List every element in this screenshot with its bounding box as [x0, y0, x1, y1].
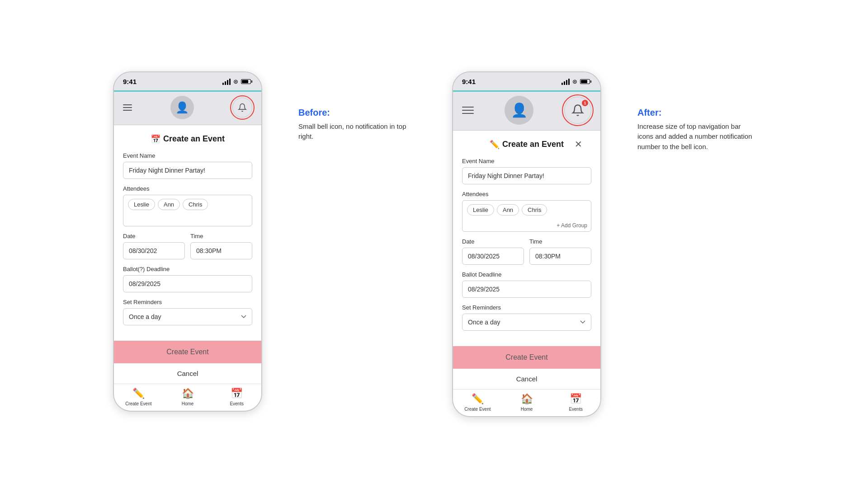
before-tab-home[interactable]: 🏠 Home — [163, 384, 212, 411]
after-phone: 9:41 ⊛ — [452, 71, 601, 417]
after-status-bar: 9:41 ⊛ — [453, 72, 600, 90]
time-input[interactable] — [190, 242, 252, 259]
after-status-icons: ⊛ — [561, 78, 591, 85]
after-heading: After: — [637, 108, 755, 118]
notification-badge: 1 — [582, 100, 588, 106]
after-attendee-leslie[interactable]: Leslie — [467, 204, 494, 216]
after-text: Increase size of top navigation bar icon… — [637, 122, 755, 152]
after-attendee-ann[interactable]: Ann — [497, 204, 519, 216]
date-time-row: Date Time — [123, 233, 252, 259]
after-time-label: Time — [529, 238, 591, 245]
after-tab-bar: ✏️ Create Event 🏠 Home 📅 Events — [453, 389, 600, 416]
date-label: Date — [123, 233, 185, 239]
after-reminders-label: Set Reminders — [462, 304, 591, 311]
home-icon: 🏠 — [182, 388, 194, 399]
after-wifi-icon: ⊛ — [572, 78, 577, 85]
before-status-icons: ⊛ — [222, 78, 252, 85]
after-tab-home[interactable]: 🏠 Home — [502, 389, 552, 416]
before-time: 9:41 — [123, 78, 137, 85]
attendees-label: Attendees — [123, 185, 252, 192]
before-tab-bar: ✏️ Create Event 🏠 Home 📅 Events — [114, 384, 261, 411]
deadline-label: Ballot(?) Deadline — [123, 266, 252, 272]
attendee-chip-chris[interactable]: Chris — [183, 199, 208, 210]
attendees-group: Attendees Leslie Ann Chris — [123, 185, 252, 226]
time-group: Time — [190, 233, 252, 259]
before-heading: Before: — [298, 108, 416, 118]
date-input[interactable] — [123, 242, 185, 259]
before-form-title-wrapper: 📅 Create an Event — [123, 134, 252, 144]
after-deadline-group: Ballot Deadline — [462, 271, 591, 298]
after-form-title-wrapper: ✏️ Create an Event ✕ — [462, 140, 591, 150]
before-cancel-button[interactable]: Cancel — [114, 363, 261, 384]
after-attendees-label: Attendees — [462, 191, 591, 197]
after-battery-icon — [580, 79, 591, 84]
avatar[interactable]: 👤 — [170, 96, 194, 119]
after-deadline-label: Ballot Deadline — [462, 271, 591, 278]
deadline-input[interactable] — [123, 275, 252, 292]
after-create-event-button[interactable]: Create Event — [453, 346, 600, 369]
after-event-name-label: Event Name — [462, 158, 591, 164]
after-avatar-icon: 👤 — [511, 102, 528, 118]
after-date-time-row: Date Time — [462, 238, 591, 265]
after-attendee-chris[interactable]: Chris — [522, 204, 547, 216]
close-button[interactable]: ✕ — [575, 140, 582, 149]
after-hamburger-icon[interactable] — [462, 107, 474, 114]
after-bell-icon — [571, 104, 584, 117]
after-pencil-icon: ✏️ — [472, 393, 484, 405]
deadline-group: Ballot(?) Deadline — [123, 266, 252, 292]
after-title-icon: ✏️ — [490, 140, 500, 150]
event-name-label: Event Name — [123, 152, 252, 159]
reminders-group: Set Reminders Once a day Twice a day Eve… — [123, 299, 252, 325]
before-form-title: Create an Event — [163, 134, 225, 144]
bell-icon — [238, 103, 247, 112]
after-tab-events[interactable]: 📅 Events — [551, 389, 600, 416]
event-name-group: Event Name — [123, 152, 252, 179]
before-phone: 9:41 ⊛ — [113, 71, 262, 412]
before-create-event-button[interactable]: Create Event — [114, 341, 261, 363]
date-group: Date — [123, 233, 185, 259]
after-time-input[interactable] — [529, 248, 591, 265]
attendees-box: Leslie Ann Chris — [123, 195, 252, 226]
after-form-title: Create an Event — [502, 140, 564, 149]
after-event-name-group: Event Name — [462, 158, 591, 184]
after-event-name-input[interactable] — [462, 167, 591, 184]
before-text: Small bell icon, no notification in top … — [298, 122, 416, 142]
before-tab-events[interactable]: 📅 Events — [212, 384, 261, 411]
before-annotation: Before: Small bell icon, no notification… — [298, 108, 416, 142]
battery-icon — [241, 79, 252, 84]
after-date-input[interactable] — [462, 248, 524, 265]
after-reminders-select[interactable]: Once a day Twice a day Every hour — [462, 314, 591, 331]
calendar-icon: 📅 — [151, 134, 160, 144]
after-avatar[interactable]: 👤 — [505, 96, 533, 125]
reminders-label: Set Reminders — [123, 299, 252, 305]
after-time: 9:41 — [462, 78, 476, 85]
after-calendar-tab-icon: 📅 — [570, 393, 582, 405]
after-deadline-input[interactable] — [462, 281, 591, 298]
after-date-label: Date — [462, 238, 524, 245]
wifi-icon: ⊛ — [233, 78, 238, 85]
page-wrapper: 9:41 ⊛ — [0, 44, 868, 444]
event-name-input[interactable] — [123, 162, 252, 179]
hamburger-icon[interactable] — [123, 104, 132, 111]
after-signal-icon — [561, 79, 570, 85]
attendee-chip-leslie[interactable]: Leslie — [128, 199, 155, 210]
add-group-button[interactable]: + Add Group — [557, 222, 587, 229]
after-attendees-group: Attendees Leslie Ann Chris + Add Group — [462, 191, 591, 232]
after-time-group: Time — [529, 238, 591, 265]
after-bell-button[interactable]: 1 — [564, 97, 591, 124]
before-status-bar: 9:41 ⊛ — [114, 72, 261, 90]
after-annotation: After: Increase size of top navigation b… — [637, 108, 755, 152]
before-top-nav: 👤 — [114, 90, 261, 125]
after-top-nav: 👤 1 — [453, 90, 600, 131]
before-tab-create-event[interactable]: ✏️ Create Event — [114, 384, 163, 411]
after-form: ✏️ Create an Event ✕ Event Name Attendee… — [453, 131, 600, 346]
before-form: 📅 Create an Event Event Name Attendees L… — [114, 125, 261, 341]
reminders-select[interactable]: Once a day Twice a day Every hour — [123, 308, 252, 325]
attendee-chip-ann[interactable]: Ann — [158, 199, 180, 210]
bell-button[interactable] — [232, 98, 252, 117]
after-cancel-button[interactable]: Cancel — [453, 369, 600, 389]
pencil-icon: ✏️ — [132, 388, 145, 399]
signal-icon — [222, 79, 231, 85]
after-tab-create-event[interactable]: ✏️ Create Event — [453, 389, 502, 416]
calendar-tab-icon: 📅 — [231, 388, 243, 399]
